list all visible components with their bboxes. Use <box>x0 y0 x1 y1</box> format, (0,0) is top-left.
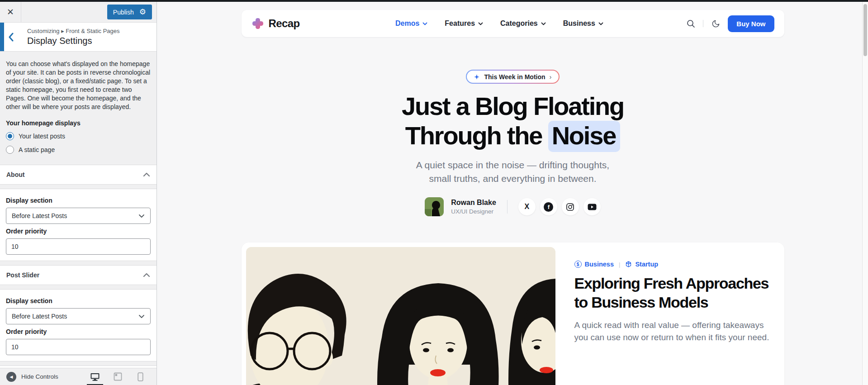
homepage-displays-heading: Your homepage displays <box>0 113 157 129</box>
customizer-topbar: ✕ Publish ⚙ <box>0 2 157 23</box>
display-section-select[interactable]: Before Latest Posts <box>6 308 151 324</box>
nav-item-business[interactable]: Business <box>563 19 603 28</box>
post-card: $ Business | Startup Exploring Fresh App… <box>242 242 784 385</box>
order-priority-label: Order priority <box>6 328 151 335</box>
section-header-post-slider[interactable]: Post Slider <box>0 265 157 285</box>
order-priority-input[interactable] <box>6 238 151 255</box>
customizer-footer: ◀ Hide Controls <box>0 368 157 385</box>
post-thumbnail[interactable] <box>246 247 555 385</box>
radio-static-page[interactable]: A static page <box>0 143 157 157</box>
preview-scrollbar-thumb[interactable] <box>863 4 867 56</box>
post-title-line1: Exploring Fresh Approaches <box>574 275 769 292</box>
twitter-x-link[interactable]: X <box>518 198 536 215</box>
brand-name: Recap <box>269 17 300 30</box>
section-title: Post Slider <box>6 271 39 279</box>
buy-now-button[interactable]: Buy Now <box>728 15 774 32</box>
preview-mobile-button[interactable] <box>134 370 147 384</box>
facebook-icon: f <box>544 202 553 212</box>
author-divider <box>507 200 508 214</box>
display-section-label: Display section <box>6 197 151 204</box>
search-button[interactable] <box>685 18 696 29</box>
category-row: $ Business | Startup <box>574 261 775 268</box>
preview-desktop-button[interactable] <box>89 370 101 384</box>
youtube-link[interactable] <box>583 198 601 215</box>
radio-latest-posts-label: Your latest posts <box>19 133 65 140</box>
tablet-icon <box>114 372 122 381</box>
display-section-select-value: Before Latest Posts <box>12 212 67 219</box>
navbar-actions: Buy Now <box>685 15 774 32</box>
collapse-arrow-icon: ◀ <box>10 375 13 379</box>
publish-button[interactable]: Publish ⚙ <box>107 5 152 19</box>
preview-tablet-button[interactable] <box>111 370 124 384</box>
category-link-startup[interactable]: Startup <box>625 261 658 268</box>
preview-scrollbar-track <box>862 2 868 385</box>
breadcrumb: Customizing ▸ Front & Static Pages <box>27 28 120 34</box>
display-section-label: Display section <box>6 297 151 304</box>
hero-subtitle: A quiet space in the noise — drifting th… <box>242 158 784 185</box>
radio-static-page-label: A static page <box>19 146 55 153</box>
post-title[interactable]: Exploring Fresh Approaches to Business M… <box>574 274 775 312</box>
section-header-about[interactable]: About <box>0 165 157 185</box>
nav-item-label: Demos <box>395 19 419 28</box>
hide-controls-button[interactable]: ◀ <box>6 372 16 382</box>
section-panel-about: Display section Before Latest Posts Orde… <box>0 189 157 261</box>
radio-latest-posts[interactable]: Your latest posts <box>0 129 157 143</box>
x-icon: X <box>524 203 529 211</box>
window-top-strip <box>0 0 868 2</box>
category-separator: | <box>619 261 620 268</box>
chevron-down-icon <box>541 22 546 25</box>
facebook-link[interactable]: f <box>540 198 557 215</box>
chevron-up-icon <box>143 273 150 277</box>
section-title: About <box>6 171 24 178</box>
chevron-down-icon <box>138 214 145 218</box>
hero-title: Just a Blog Floating Through the Noise <box>242 91 784 150</box>
cube-icon <box>625 261 632 268</box>
dark-mode-toggle[interactable] <box>710 18 721 29</box>
radio-button-selected[interactable] <box>6 132 14 140</box>
radio-button-unselected[interactable] <box>6 146 14 154</box>
hero-title-highlight: Noise <box>548 121 621 152</box>
customizer-panel-header: Customizing ▸ Front & Static Pages Displ… <box>0 23 157 52</box>
nav-item-categories[interactable]: Categories <box>500 19 546 28</box>
nav-item-label: Categories <box>500 19 538 28</box>
category-label: Business <box>585 261 614 268</box>
post-content: $ Business | Startup Exploring Fresh App… <box>555 247 780 385</box>
mobile-icon <box>138 372 143 381</box>
category-label: Startup <box>635 261 658 268</box>
display-section-select[interactable]: Before Latest Posts <box>6 208 151 224</box>
logo-plus-icon <box>251 17 264 30</box>
hero-subtitle-line1: A quiet space in the noise — drifting th… <box>416 160 609 170</box>
customizer-body: You can choose what's displayed on the h… <box>0 54 157 368</box>
nav-links: Demos Features Categories Business <box>382 19 603 28</box>
close-customizer-button[interactable]: ✕ <box>0 2 21 23</box>
instagram-link[interactable] <box>562 198 579 215</box>
section-panel-post-slider: Display section Before Latest Posts Orde… <box>0 289 157 361</box>
author-row: Rowan Blake UX/UI Designer X f <box>242 197 784 216</box>
author-role: UX/UI Designer <box>451 208 496 215</box>
chevron-left-icon <box>8 33 14 42</box>
gear-icon: ⚙ <box>139 8 146 16</box>
nav-item-demos[interactable]: Demos <box>395 19 427 28</box>
author-name: Rowan Blake <box>451 199 496 207</box>
nav-item-label: Business <box>563 19 595 28</box>
chevron-right-icon: › <box>550 73 552 80</box>
order-priority-input[interactable] <box>6 339 151 355</box>
hero-badge[interactable]: This Week in Motion › <box>466 70 559 84</box>
chevron-down-icon <box>598 22 603 25</box>
social-links: X f <box>518 198 601 215</box>
moon-icon <box>711 19 720 28</box>
nav-item-label: Features <box>445 19 475 28</box>
nav-item-features[interactable]: Features <box>445 19 483 28</box>
post-excerpt: A quick read with real value — offering … <box>574 319 773 343</box>
chevron-down-icon <box>478 22 483 25</box>
sparkle-icon <box>474 74 480 80</box>
dollar-circle-icon: $ <box>574 261 582 268</box>
instagram-icon <box>566 203 574 211</box>
site-preview: Recap Demos Features Categories Business <box>157 2 868 385</box>
youtube-icon <box>588 204 597 210</box>
category-link-business[interactable]: $ Business <box>574 261 614 268</box>
navbar-divider <box>703 20 703 27</box>
hide-controls-label[interactable]: Hide Controls <box>21 373 58 380</box>
panel-accent-bar <box>0 23 4 51</box>
site-logo[interactable]: Recap <box>251 17 300 30</box>
